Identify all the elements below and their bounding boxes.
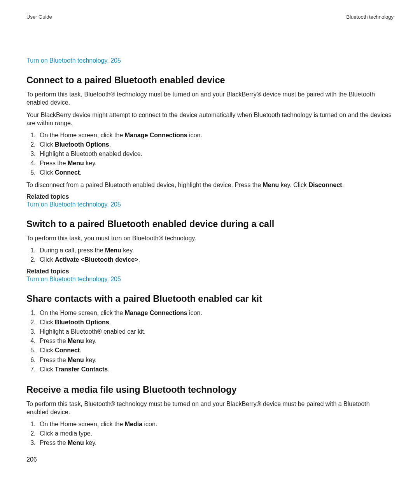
list-item: Click Transfer Contacts. xyxy=(37,365,394,374)
sec1-related-link[interactable]: Turn on Bluetooth technology, 205 xyxy=(26,201,121,208)
sec1-related-heading: Related topics xyxy=(26,193,394,200)
list-item: Click Connect. xyxy=(37,168,394,177)
top-crossref-link[interactable]: Turn on Bluetooth technology, 205 xyxy=(26,57,121,64)
header-right: Bluetooth technology xyxy=(346,14,394,20)
sec1-after: To disconnect from a paired Bluetooth en… xyxy=(26,181,394,189)
sec3-title: Share contacts with a paired Bluetooth e… xyxy=(26,294,394,304)
sec2-steps: During a call, press the Menu key. Click… xyxy=(26,246,394,264)
sec4-steps: On the Home screen, click the Media icon… xyxy=(26,420,394,447)
sec1-title: Connect to a paired Bluetooth enabled de… xyxy=(26,75,394,86)
list-item: Press the Menu key. xyxy=(37,337,394,345)
list-item: Click Bluetooth Options. xyxy=(37,140,394,149)
page: User Guide Bluetooth technology Turn on … xyxy=(0,0,420,504)
sec3-steps: On the Home screen, click the Manage Con… xyxy=(26,309,394,374)
list-item: Click Connect. xyxy=(37,346,394,355)
list-item: Highlight a Bluetooth® enabled car kit. xyxy=(37,327,394,336)
running-header: User Guide Bluetooth technology xyxy=(26,14,394,20)
list-item: During a call, press the Menu key. xyxy=(37,246,394,255)
list-item: Click Activate <Bluetooth device>. xyxy=(37,256,394,264)
header-left: User Guide xyxy=(26,14,52,20)
sec1-intro2: Your BlackBerry device might attempt to … xyxy=(26,111,394,128)
sec2-related-link[interactable]: Turn on Bluetooth technology, 205 xyxy=(26,276,121,282)
sec4-title: Receive a media file using Bluetooth tec… xyxy=(26,385,394,395)
list-item: Click Bluetooth Options. xyxy=(37,318,394,327)
list-item: Highlight a Bluetooth enabled device. xyxy=(37,150,394,158)
sec1-intro1: To perform this task, Bluetooth® technol… xyxy=(26,90,394,107)
list-item: On the Home screen, click the Manage Con… xyxy=(37,309,394,317)
sec4-intro: To perform this task, Bluetooth® technol… xyxy=(26,400,394,416)
list-item: On the Home screen, click the Manage Con… xyxy=(37,131,394,140)
list-item: On the Home screen, click the Media icon… xyxy=(37,420,394,429)
list-item: Click a media type. xyxy=(37,429,394,438)
page-number: 206 xyxy=(26,456,37,463)
sec1-steps: On the Home screen, click the Manage Con… xyxy=(26,131,394,177)
sec2-related-heading: Related topics xyxy=(26,268,394,275)
list-item: Press the Menu key. xyxy=(37,356,394,364)
list-item: Press the Menu key. xyxy=(37,439,394,447)
list-item: Press the Menu key. xyxy=(37,159,394,168)
sec2-intro: To perform this task, you must turn on B… xyxy=(26,234,394,242)
sec2-title: Switch to a paired Bluetooth enabled dev… xyxy=(26,219,394,229)
